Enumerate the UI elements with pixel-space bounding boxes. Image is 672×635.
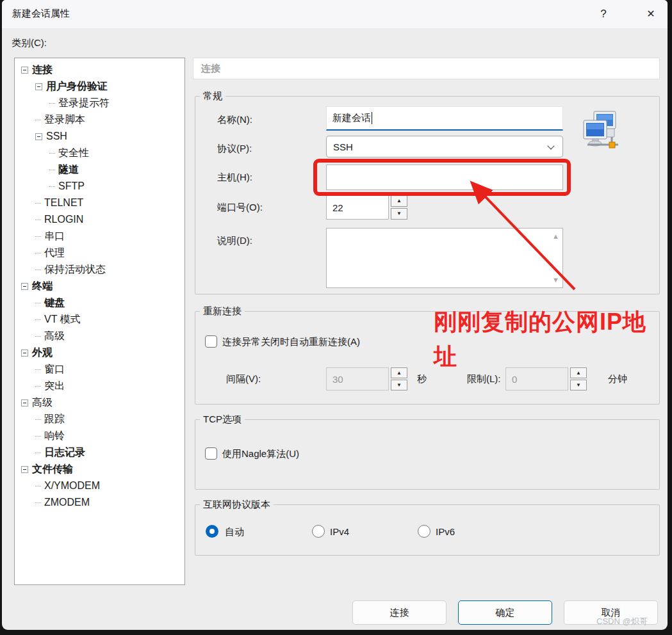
tree-item-SSH[interactable]: SSH — [15, 128, 184, 145]
tree-item-安全性[interactable]: 安全性 — [15, 145, 184, 161]
protocol-value: SSH — [333, 141, 353, 152]
tree-item-日志记录[interactable]: 日志记录 — [15, 444, 184, 461]
tree-item-VT 模式[interactable]: VT 模式 — [15, 311, 184, 328]
tree-branch-line — [35, 419, 41, 420]
tree-branch-line — [49, 186, 55, 187]
tree-item-label: X/YMODEM — [44, 480, 100, 492]
tree-item-label: 响铃 — [44, 430, 65, 443]
tree-item-突出[interactable]: 突出 — [15, 378, 184, 394]
tree-item-窗口[interactable]: 窗口 — [15, 361, 184, 378]
tree-item-label: 日志记录 — [44, 446, 85, 460]
collapse-minus-icon[interactable] — [21, 399, 28, 406]
radio-auto[interactable] — [206, 525, 218, 538]
tree-item-RLOGIN[interactable]: RLOGIN — [15, 211, 184, 228]
tree-item-SFTP[interactable]: SFTP — [15, 178, 184, 195]
name-input[interactable]: 新建会话 — [326, 106, 563, 131]
spinner-up-icon[interactable]: ▲ — [570, 367, 587, 378]
tree-item-用户身份验证[interactable]: 用户身份验证 — [15, 78, 184, 95]
nagle-label: 使用Nagle算法(U) — [222, 448, 299, 460]
scroll-up-icon[interactable]: ▲ — [552, 232, 559, 240]
tree-item-label: 代理 — [44, 246, 65, 260]
collapse-minus-icon[interactable] — [35, 83, 42, 90]
tree-item-label: SSH — [46, 131, 67, 142]
tree-item-代理[interactable]: 代理 — [15, 245, 184, 261]
tree-item-label: 高级 — [32, 396, 53, 410]
nagle-checkbox[interactable] — [205, 447, 217, 460]
tree-branch-line — [35, 203, 41, 204]
general-legend: 常规 — [200, 90, 225, 102]
spinner-down-icon[interactable]: ▼ — [391, 208, 407, 220]
ok-button[interactable]: 确定 — [458, 600, 552, 625]
tree-item-外观[interactable]: 外观 — [15, 344, 184, 361]
tree-item-label: SFTP — [58, 181, 85, 192]
tree-item-label: ZMODEM — [44, 497, 90, 508]
dialog-title: 新建会话属性 — [12, 8, 70, 20]
collapse-minus-icon[interactable] — [21, 466, 28, 473]
tree-item-X/YMODEM[interactable]: X/YMODEM — [15, 478, 184, 494]
tree-branch-line — [35, 236, 41, 237]
category-tree: 连接用户身份验证登录提示符登录脚本SSH安全性隧道SFTPTELNETRLOGI… — [14, 58, 185, 585]
tree-branch-line — [49, 103, 55, 104]
tree-item-响铃[interactable]: 响铃 — [15, 428, 184, 444]
limit-unit: 分钟 — [608, 373, 627, 385]
collapse-minus-icon[interactable] — [21, 67, 28, 74]
tree-branch-line — [35, 453, 41, 453]
tree-item-label: 文件传输 — [32, 463, 73, 476]
port-value: 22 — [332, 202, 343, 213]
tree-item-高级[interactable]: 高级 — [15, 394, 184, 411]
tree-item-隧道[interactable]: 隧道 — [15, 161, 184, 178]
tree-item-登录提示符[interactable]: 登录提示符 — [15, 95, 184, 111]
limit-input[interactable]: 0 — [505, 367, 568, 390]
tree-item-label: 安全性 — [58, 147, 89, 160]
auto-reconnect-checkbox[interactable] — [205, 335, 217, 348]
spinner-up-icon[interactable]: ▲ — [391, 367, 407, 378]
tree-item-保持活动状态[interactable]: 保持活动状态 — [15, 261, 184, 278]
tree-item-label: 登录脚本 — [44, 113, 85, 127]
title-bar: 新建会话属性 ? ✕ — [2, 0, 668, 28]
port-input[interactable]: 22 — [326, 195, 389, 220]
tree-item-串口[interactable]: 串口 — [15, 228, 184, 245]
tree-item-文件传输[interactable]: 文件传输 — [15, 461, 184, 478]
tree-item-连接[interactable]: 连接 — [15, 61, 184, 78]
spinner-down-icon[interactable]: ▼ — [570, 380, 587, 390]
network-computers-icon — [578, 109, 621, 149]
scroll-down-icon[interactable]: ▼ — [552, 276, 559, 284]
port-label: 端口号(O): — [217, 202, 263, 214]
watermark: CSDN @炽哥 — [596, 616, 648, 627]
interval-input[interactable]: 30 — [326, 367, 389, 390]
tree-branch-line — [35, 386, 41, 387]
help-icon[interactable]: ? — [593, 4, 614, 24]
tree-branch-line — [35, 369, 41, 370]
host-input[interactable] — [326, 165, 563, 190]
tree-item-label: 连接 — [32, 63, 53, 77]
description-textarea[interactable]: ▲ ▼ — [326, 228, 563, 288]
tree-item-高级[interactable]: 高级 — [15, 328, 184, 344]
spinner-up-icon[interactable]: ▲ — [391, 195, 407, 207]
tree-item-键盘[interactable]: 键盘 — [15, 294, 184, 311]
collapse-minus-icon[interactable] — [35, 133, 42, 140]
name-label: 名称(N): — [217, 114, 252, 126]
spinner-down-icon[interactable]: ▼ — [391, 380, 407, 390]
tree-item-TELNET[interactable]: TELNET — [15, 195, 184, 211]
page-title: 连接 — [193, 58, 660, 79]
connect-button[interactable]: 连接 — [352, 600, 447, 625]
radio-ipv6[interactable] — [418, 525, 430, 538]
tree-branch-line — [49, 170, 55, 170]
collapse-minus-icon[interactable] — [21, 283, 28, 290]
close-icon[interactable]: ✕ — [640, 4, 662, 24]
protocol-select[interactable]: SSH — [326, 136, 563, 157]
text-caret — [372, 112, 372, 124]
tree-branch-line — [35, 269, 41, 270]
tree-item-终端[interactable]: 终端 — [15, 278, 184, 294]
tree-item-ZMODEM[interactable]: ZMODEM — [15, 494, 184, 511]
collapse-minus-icon[interactable] — [21, 350, 28, 357]
interval-label: 间隔(V): — [226, 373, 261, 385]
auto-reconnect-label: 连接异常关闭时自动重新连接(A) — [222, 336, 360, 348]
radio-ipv4[interactable] — [312, 525, 325, 538]
tree-item-跟踪[interactable]: 跟踪 — [15, 411, 184, 428]
tree-item-label: 登录提示符 — [58, 97, 110, 110]
tree-item-登录脚本[interactable]: 登录脚本 — [15, 111, 184, 128]
tree-item-label: 高级 — [44, 330, 65, 343]
limit-label: 限制(L): — [467, 373, 501, 385]
tree-item-label: 突出 — [44, 380, 65, 393]
